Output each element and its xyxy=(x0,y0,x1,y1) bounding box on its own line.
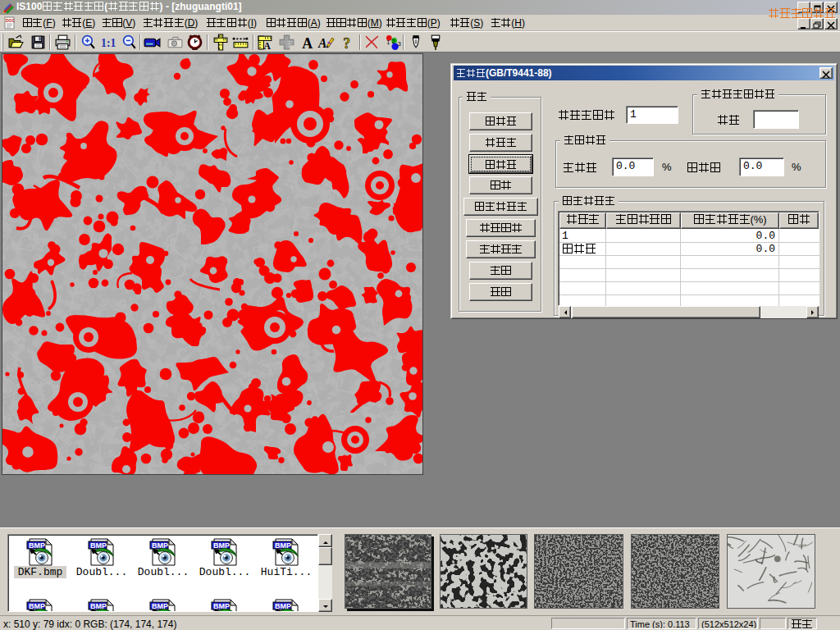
svg-text:A: A xyxy=(317,36,327,50)
svg-text:2: 2 xyxy=(391,38,395,45)
svg-text:DOC: DOC xyxy=(6,18,16,23)
svg-text:?: ? xyxy=(343,35,350,51)
svg-text:3: 3 xyxy=(398,40,401,48)
svg-text:A: A xyxy=(263,41,271,51)
svg-text:A: A xyxy=(302,35,313,51)
svg-text:1: 1 xyxy=(386,39,390,46)
svg-text:1:1: 1:1 xyxy=(101,37,116,49)
